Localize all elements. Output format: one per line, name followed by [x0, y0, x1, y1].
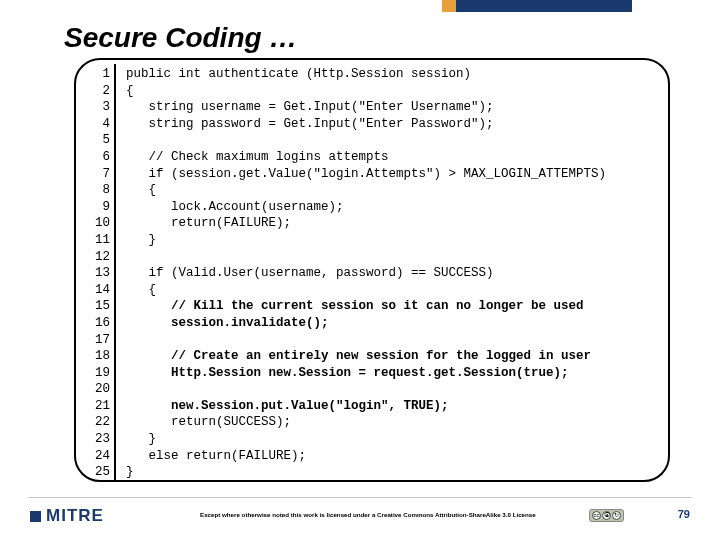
line-number: 3: [76, 99, 110, 116]
cc-badge: cc ⦿ ↻: [589, 509, 624, 522]
code-line: string username = Get.Input("Enter Usern…: [126, 99, 668, 116]
line-number: 20: [76, 381, 110, 398]
line-number: 17: [76, 332, 110, 349]
code-line: // Create an entirely new session for th…: [126, 348, 668, 365]
code-line: {: [126, 282, 668, 299]
slide-title: Secure Coding …: [64, 22, 297, 54]
line-number: 16: [76, 315, 110, 332]
line-number: 5: [76, 132, 110, 149]
code-line: [126, 132, 668, 149]
line-number: 1: [76, 66, 110, 83]
code-line: }: [126, 232, 668, 249]
line-number: 21: [76, 398, 110, 415]
license-text: Except where otherwise noted this work i…: [200, 511, 536, 518]
cc-badge-inner: cc ⦿ ↻: [589, 509, 624, 522]
code-line: if (Valid.User(username, password) == SU…: [126, 265, 668, 282]
line-number: 7: [76, 166, 110, 183]
line-number: 23: [76, 431, 110, 448]
line-number: 15: [76, 298, 110, 315]
code-line: return(SUCCESS);: [126, 414, 668, 431]
code-line: {: [126, 182, 668, 199]
code-line: Http.Session new.Session = request.get.S…: [126, 365, 668, 382]
code-line: // Check maximum logins attempts: [126, 149, 668, 166]
code-line: session.invalidate();: [126, 315, 668, 332]
code-box: 1234567891011121314151617181920212223242…: [74, 58, 670, 482]
line-number: 8: [76, 182, 110, 199]
code-line: public int authenticate (Http.Session se…: [126, 66, 668, 83]
line-number: 13: [76, 265, 110, 282]
code-inner: 1234567891011121314151617181920212223242…: [76, 60, 668, 480]
line-number: 10: [76, 215, 110, 232]
logo-square-icon: [30, 511, 41, 522]
line-number: 12: [76, 249, 110, 266]
line-number: 25: [76, 464, 110, 481]
code-line: [126, 381, 668, 398]
code-line: [126, 249, 668, 266]
line-number: 2: [76, 83, 110, 100]
line-number-gutter: 1234567891011121314151617181920212223242…: [76, 64, 114, 480]
code-line: {: [126, 83, 668, 100]
line-number: 19: [76, 365, 110, 382]
line-number: 9: [76, 199, 110, 216]
code-line: string password = Get.Input("Enter Passw…: [126, 116, 668, 133]
top-accent-bar: [442, 0, 632, 12]
logo-text: MITRE: [46, 506, 104, 526]
code-line: lock.Account(username);: [126, 199, 668, 216]
code-line: [126, 332, 668, 349]
code-line: new.Session.put.Value("login", TRUE);: [126, 398, 668, 415]
line-number: 6: [76, 149, 110, 166]
code-line: if (session.get.Value("login.Attempts") …: [126, 166, 668, 183]
line-number: 4: [76, 116, 110, 133]
code-line: }: [126, 464, 668, 481]
line-number: 18: [76, 348, 110, 365]
code-line: else return(FAILURE);: [126, 448, 668, 465]
code-line: }: [126, 431, 668, 448]
code-line: return(FAILURE);: [126, 215, 668, 232]
line-number: 22: [76, 414, 110, 431]
sa-icon: ↻: [612, 511, 621, 520]
cc-icon: cc: [592, 511, 601, 520]
line-number: 14: [76, 282, 110, 299]
footer-divider: [28, 497, 692, 498]
page-number: 79: [678, 508, 690, 520]
slide: Secure Coding … 123456789101112131415161…: [0, 0, 720, 540]
line-number: 24: [76, 448, 110, 465]
code-lines: public int authenticate (Http.Session se…: [116, 64, 668, 480]
by-icon: ⦿: [602, 511, 611, 520]
code-line: // Kill the current session so it can no…: [126, 298, 668, 315]
mitre-logo: MITRE: [30, 506, 104, 526]
line-number: 11: [76, 232, 110, 249]
